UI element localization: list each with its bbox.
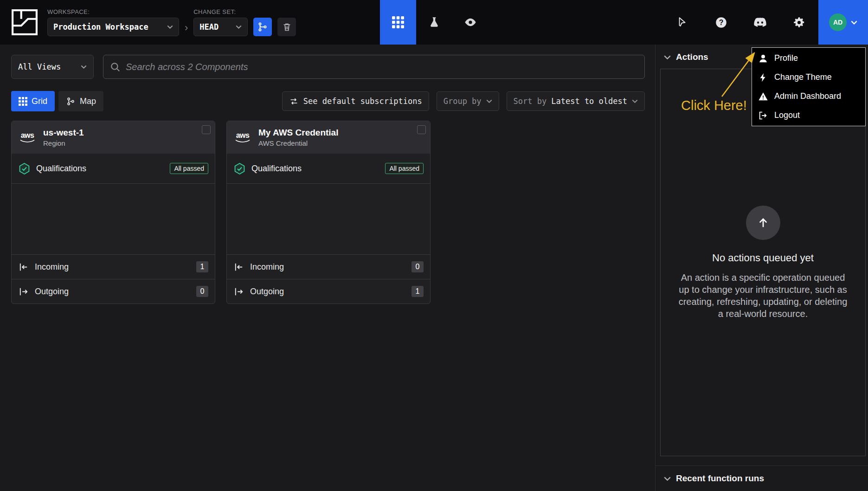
svg-text:?: ?: [719, 19, 723, 26]
outgoing-count: 1: [411, 286, 424, 297]
chevron-down-icon: [486, 99, 492, 103]
actions-panel-title: Actions: [676, 52, 708, 62]
workspace-value: Production Workspace: [53, 22, 148, 32]
incoming-arrow-icon: [233, 262, 244, 272]
sort-by-label: Sort by: [514, 97, 547, 106]
avatar: AD: [829, 13, 847, 31]
user-menu-button[interactable]: AD: [818, 0, 868, 45]
aws-logo: aws: [233, 132, 252, 143]
incoming-row[interactable]: Incoming 1: [12, 254, 215, 279]
qualification-check-icon: [18, 162, 31, 175]
component-card-body: [12, 184, 215, 254]
group-by-dropdown[interactable]: Group by: [437, 91, 499, 111]
grid-icon: [19, 97, 27, 106]
default-subscriptions-button[interactable]: See default subscriptions: [282, 91, 429, 111]
views-value: All Views: [18, 62, 61, 71]
component-name: My AWS Credential: [258, 128, 338, 138]
workspace-dropdown[interactable]: Production Workspace: [47, 18, 179, 36]
qualification-status-badge: All passed: [170, 163, 208, 174]
search-icon: [110, 62, 120, 72]
system-initiative-logo: [11, 9, 38, 36]
outgoing-count: 0: [196, 286, 208, 297]
discord-icon: [753, 17, 767, 27]
top-header: WORKSPACE: Production Workspace › CHANGE…: [0, 0, 868, 45]
component-search: [103, 55, 645, 79]
settings-button[interactable]: [779, 0, 818, 45]
component-card-body: [227, 184, 430, 254]
changeset-value: HEAD: [199, 22, 219, 32]
tab-lab-view[interactable]: [416, 0, 452, 45]
menu-item-label: Change Theme: [774, 72, 832, 82]
grid-view-button[interactable]: Grid: [11, 91, 55, 111]
outgoing-row[interactable]: Outgoing 1: [227, 279, 430, 304]
incoming-arrow-icon: [18, 262, 29, 272]
component-name: us-west-1: [43, 128, 84, 138]
workspace-label: WORKSPACE:: [47, 8, 179, 15]
sync-loop-icon: [289, 97, 299, 106]
recent-function-runs-title: Recent function runs: [676, 473, 764, 484]
aws-logo: aws: [18, 132, 37, 143]
actions-empty-title: No actions queued yet: [712, 252, 814, 264]
view-mode-tabs: [380, 0, 489, 45]
menu-item-logout[interactable]: Logout: [752, 106, 865, 125]
git-branch-icon: [257, 22, 268, 32]
chevron-down-icon: [851, 20, 857, 25]
qualifications-row[interactable]: Qualifications All passed: [227, 154, 430, 184]
map-view-label: Map: [80, 97, 96, 106]
discord-button[interactable]: [740, 0, 779, 45]
component-select-checkbox[interactable]: [417, 125, 426, 134]
lightning-icon: [758, 72, 768, 83]
default-subscriptions-label: See default subscriptions: [303, 97, 422, 106]
recent-function-runs-header[interactable]: Recent function runs: [656, 465, 868, 491]
component-grid: aws us-west-1 Region Qualifications: [11, 121, 645, 304]
warning-icon: [758, 91, 768, 102]
actions-empty-description: An action is a specific operation queued…: [675, 271, 851, 320]
tab-grid-view[interactable]: [380, 0, 416, 45]
flask-icon: [428, 16, 440, 28]
map-view-button[interactable]: Map: [58, 91, 103, 111]
grid-view-label: Grid: [32, 97, 47, 106]
qualifications-label: Qualifications: [251, 164, 379, 174]
component-card-my-aws-credential[interactable]: aws My AWS Credential AWS Credential Qua…: [226, 121, 431, 304]
component-select-checkbox[interactable]: [202, 125, 211, 134]
changeset-dropdown[interactable]: HEAD: [193, 18, 248, 36]
outgoing-row[interactable]: Outgoing 0: [12, 279, 215, 304]
outgoing-arrow-icon: [233, 286, 244, 297]
tab-review-view[interactable]: [452, 0, 489, 45]
menu-item-label: Profile: [774, 53, 798, 63]
qualification-status-badge: All passed: [385, 163, 424, 174]
help-button[interactable]: ?: [701, 0, 740, 45]
create-changeset-button[interactable]: [253, 18, 272, 36]
actions-empty-state: No actions queued yet An action is a spe…: [675, 206, 851, 320]
header-right-icons: ? AD: [662, 0, 868, 45]
logout-icon: [758, 110, 768, 121]
component-type: AWS Credential: [258, 139, 338, 147]
trash-icon: [282, 22, 292, 32]
chevron-down-icon: [664, 477, 671, 481]
component-card-header: aws us-west-1 Region: [12, 121, 215, 154]
component-card-header: aws My AWS Credential AWS Credential: [227, 121, 430, 154]
views-dropdown[interactable]: All Views: [11, 55, 94, 79]
cursor-tool-button[interactable]: [662, 0, 701, 45]
sort-by-dropdown[interactable]: Sort by Latest to oldest: [507, 91, 645, 111]
menu-item-label: Logout: [774, 110, 800, 120]
menu-item-change-theme[interactable]: Change Theme: [752, 68, 865, 87]
chevron-down-icon: [167, 25, 173, 29]
incoming-count: 1: [196, 261, 208, 272]
menu-item-profile[interactable]: Profile: [752, 49, 865, 68]
incoming-row[interactable]: Incoming 0: [227, 254, 430, 279]
help-icon: ?: [715, 16, 727, 29]
map-icon: [66, 97, 76, 106]
chevron-down-icon: [664, 55, 671, 59]
menu-item-label: Admin Dashboard: [774, 91, 841, 101]
components-area: All Views Grid: [0, 45, 656, 491]
menu-item-admin-dashboard[interactable]: Admin Dashboard: [752, 87, 865, 106]
grid-icon: [392, 16, 404, 28]
abandon-changeset-button[interactable]: [277, 18, 296, 36]
outgoing-arrow-icon: [18, 286, 29, 297]
chevron-down-icon: [236, 25, 242, 29]
search-input[interactable]: [126, 62, 638, 72]
component-card-us-west-1[interactable]: aws us-west-1 Region Qualifications: [11, 121, 215, 304]
gear-icon: [793, 16, 805, 29]
qualifications-row[interactable]: Qualifications All passed: [12, 154, 215, 184]
